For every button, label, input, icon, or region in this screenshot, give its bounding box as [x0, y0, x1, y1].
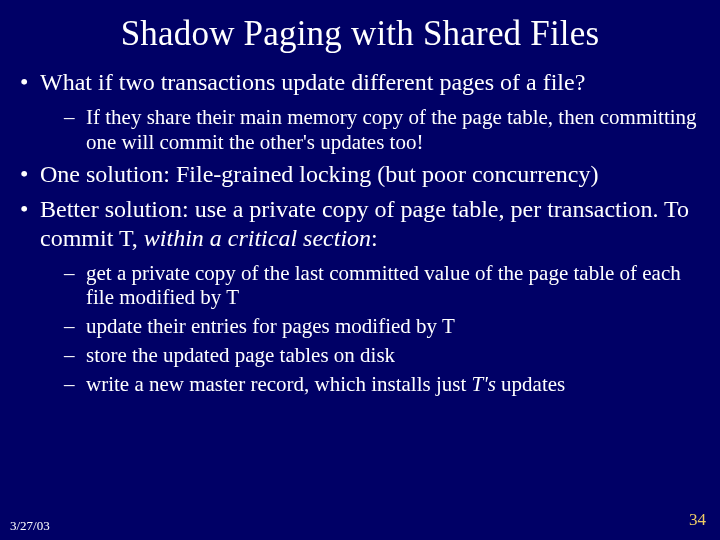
footer-page-number: 34 — [689, 510, 706, 530]
slide: Shadow Paging with Shared Files What if … — [0, 0, 720, 540]
bullet-3-sub-1: get a private copy of the last committed… — [40, 261, 702, 311]
bullet-1-sub-1: If they share their main memory copy of … — [40, 105, 702, 155]
bullet-3: Better solution: use a private copy of p… — [18, 195, 702, 396]
bullet-3-sublist: get a private copy of the last committed… — [40, 261, 702, 397]
bullet-1-sublist: If they share their main memory copy of … — [40, 105, 702, 155]
bullet-3-text-b: within a critical section — [144, 225, 371, 251]
bullet-3-sub-4-a: write a new master record, which install… — [86, 372, 471, 396]
bullet-3-sub-3: store the updated page tables on disk — [40, 343, 702, 368]
bullet-3-sub-4-c: updates — [496, 372, 565, 396]
bullet-list: What if two transactions update differen… — [18, 68, 702, 397]
bullet-1-text: What if two transactions update differen… — [40, 69, 585, 95]
slide-title: Shadow Paging with Shared Files — [18, 14, 702, 54]
bullet-3-sub-2: update their entries for pages modified … — [40, 314, 702, 339]
bullet-3-sub-4: write a new master record, which install… — [40, 372, 702, 397]
bullet-3-sub-4-b: T's — [471, 372, 495, 396]
footer-date: 3/27/03 — [10, 518, 50, 534]
bullet-1: What if two transactions update differen… — [18, 68, 702, 154]
bullet-3-text-c: : — [371, 225, 378, 251]
bullet-2: One solution: File-grained locking (but … — [18, 160, 702, 189]
